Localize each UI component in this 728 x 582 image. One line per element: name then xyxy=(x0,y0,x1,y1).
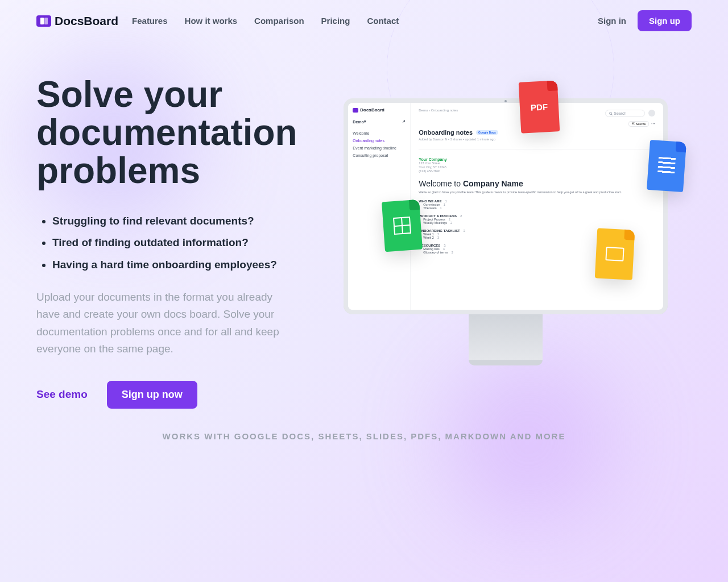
nav-links: Features How it works Comparison Pricing… xyxy=(132,16,399,26)
more-icon[interactable]: ⋯ xyxy=(651,122,655,126)
pdf-file-icon: PDF xyxy=(519,80,560,133)
nav-right: Sign in Sign up xyxy=(598,10,692,31)
search-input[interactable]: Search xyxy=(605,110,645,117)
hero: Solve your documentation problems Strugg… xyxy=(0,41,728,409)
app-brand: DocsBoard xyxy=(360,107,384,113)
nav-howitworks[interactable]: How it works xyxy=(185,16,238,26)
camera-dot xyxy=(504,100,507,102)
hero-visual: DocsBoard Demo ▾ ↗ Welcome Onboarding no… xyxy=(320,76,692,409)
signup-button[interactable]: Sign up xyxy=(638,10,692,31)
signup-now-button[interactable]: Sign up now xyxy=(107,381,197,409)
cta-row: See demo Sign up now xyxy=(36,381,297,409)
monitor-foot xyxy=(469,360,543,365)
app-logo: DocsBoard xyxy=(353,107,406,113)
breadcrumb: Demo › Onboarding notes xyxy=(419,109,458,112)
nav-comparison[interactable]: Comparison xyxy=(254,16,304,26)
search-placeholder: Search xyxy=(614,111,626,115)
bullet-item: Struggling to find relevant documents? xyxy=(52,213,297,230)
demo-link[interactable]: See demo xyxy=(36,388,88,401)
bullet-item: Having a hard time onboarding employees? xyxy=(52,257,297,273)
address-line: (123) 456-7890 xyxy=(419,169,655,173)
hero-description: Upload your documents in the format you … xyxy=(36,289,297,358)
logo-icon xyxy=(36,15,51,27)
intro-text: We're so glad to have you join the team!… xyxy=(419,190,655,195)
workspace-dropdown[interactable]: Demo ▾ ↗ xyxy=(353,119,406,124)
workspace-name: Demo xyxy=(353,120,363,124)
divider xyxy=(419,149,655,149)
address-line: 123 Your Street xyxy=(419,161,655,165)
source-button[interactable]: ⇱ Source xyxy=(628,121,649,127)
logo[interactable]: DocsBoard xyxy=(36,14,118,28)
brand-text: DocsBoard xyxy=(55,14,118,28)
nav-features[interactable]: Features xyxy=(132,16,168,26)
section-item: Weekly Meetings2 xyxy=(419,221,655,225)
welcome-heading: Welcome to Company Name xyxy=(419,179,655,188)
signin-link[interactable]: Sign in xyxy=(598,16,626,26)
hero-bullets: Struggling to find relevant documents? T… xyxy=(36,213,297,273)
bullet-item: Tired of finding outdated information? xyxy=(52,235,297,251)
link-icon: ⇱ xyxy=(632,122,635,126)
sidebar-item[interactable]: Onboarding notes xyxy=(353,137,406,144)
nav-pricing[interactable]: Pricing xyxy=(321,16,350,26)
nav-contact[interactable]: Contact xyxy=(367,16,399,26)
external-link-icon: ↗ xyxy=(402,119,406,124)
sidebar-item[interactable]: Welcome xyxy=(353,130,406,137)
monitor-illustration: DocsBoard Demo ▾ ↗ Welcome Onboarding no… xyxy=(344,98,668,365)
hero-copy: Solve your documentation problems Strugg… xyxy=(36,76,297,409)
sidebar-item[interactable]: Event marketing timeline xyxy=(353,144,406,152)
doc-meta: Added by Dawson N • 3 shares • updated 1… xyxy=(419,138,655,141)
google-sheet-icon xyxy=(382,199,423,252)
chevron-down-icon: ▾ xyxy=(364,119,366,124)
address-line: Your City, ST 12345 xyxy=(419,165,655,169)
google-slide-icon xyxy=(595,228,635,280)
monitor-stand xyxy=(469,314,543,360)
company-name: Your Company xyxy=(419,157,655,161)
search-icon xyxy=(609,112,612,115)
avatar[interactable] xyxy=(648,110,655,117)
google-doc-icon xyxy=(647,140,686,192)
sidebar-item[interactable]: Consulting proposal xyxy=(353,152,406,159)
section-item: The team1 xyxy=(419,206,655,210)
top-nav: DocsBoard Features How it works Comparis… xyxy=(0,0,728,41)
app-logo-icon xyxy=(353,108,358,113)
doc-type-badge: Google Docs xyxy=(476,130,498,135)
works-with-text: WORKS WITH GOOGLE DOCS, SHEETS, SLIDES, … xyxy=(0,431,728,441)
hero-title: Solve your documentation problems xyxy=(36,76,297,190)
